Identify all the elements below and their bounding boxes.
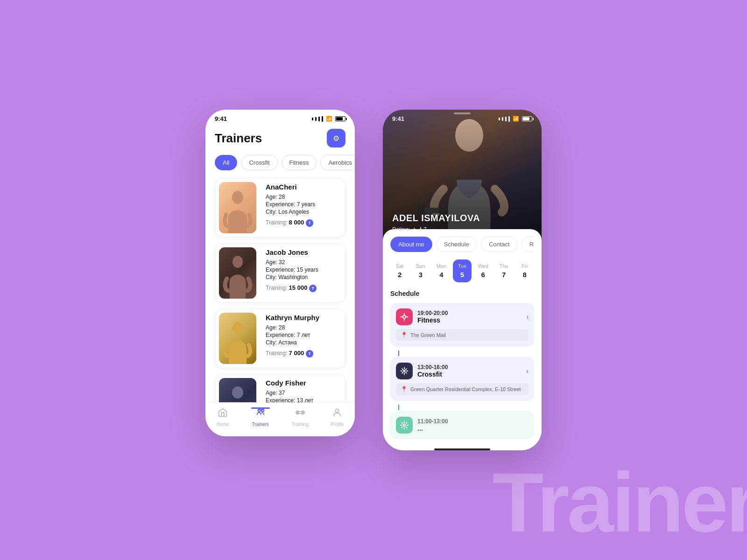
trainer-card-1[interactable]: AnaCheri Age: 28 Experience: 7 years Cit… (215, 178, 345, 238)
day-sun-num: 3 (419, 271, 423, 279)
hero-area: 9:41 📶 (383, 110, 542, 240)
tab-aerobics[interactable]: Aerobics (320, 155, 355, 170)
filter-tabs: All Crossfit Fitness Aerobics (215, 155, 345, 170)
svg-point-1 (233, 256, 243, 268)
location-text-2: Green Quarter Residential Complex, E-10 … (410, 386, 521, 392)
chevron-icon-1: › (526, 313, 529, 321)
nav-label-trainers: Trainers (252, 422, 268, 427)
trainer-card-2[interactable]: Jacob Jones Age: 32 Experience: 15 years… (215, 243, 345, 303)
wifi-icon: 📶 (326, 116, 332, 122)
signal-bar-2 (315, 117, 317, 121)
day-thu[interactable]: Thu 7 (494, 259, 514, 282)
left-phone: 9:41 📶 Trainers ⚙ All Crossfit (205, 110, 355, 436)
trainer-info-1: AnaCheri Age: 28 Experience: 7 years Cit… (266, 178, 345, 237)
filter-button[interactable]: ⚙ (327, 129, 345, 147)
trainer-info-3: Kathryn Murphy Age: 28 Experience: 7 лет… (266, 309, 345, 368)
schedule-section-title: Schedule (390, 290, 534, 297)
nav-label-profile: Profile (331, 422, 344, 427)
day-sun-name: Sun (416, 263, 425, 269)
trainer-price-2: Training: 15 000 (266, 284, 341, 292)
day-mon-name: Mon (437, 263, 446, 269)
trainers-icon (255, 407, 266, 420)
left-phone-content: Trainers ⚙ All Crossfit Fitness Aerobics (205, 125, 355, 434)
day-fri[interactable]: Fri 8 (515, 259, 534, 282)
day-tue[interactable]: Tue 5 (453, 259, 472, 282)
tab-schedule[interactable]: Schedule (436, 237, 477, 252)
day-wed-num: 6 (481, 271, 485, 279)
schedule-name-1: Fitness (417, 316, 521, 324)
trainer-age-label-1: Age: 28 (266, 194, 341, 200)
day-sat[interactable]: Sat 2 (390, 259, 409, 282)
signal-r-1 (499, 118, 500, 120)
nav-item-trainers[interactable]: Trainers (251, 407, 270, 427)
nav-item-home[interactable]: Home (217, 407, 229, 427)
signal-r-2 (502, 117, 503, 121)
tab-all[interactable]: All (215, 155, 237, 170)
day-sat-num: 2 (398, 271, 402, 279)
training-icon (295, 407, 305, 420)
tab-crossfit[interactable]: Crossfit (241, 155, 277, 170)
day-sun[interactable]: Sun 3 (411, 259, 430, 282)
trainer-age-3: Age: 28 (266, 324, 341, 331)
location-pin-1: 📍 (401, 332, 408, 338)
home-icon (218, 407, 228, 420)
status-icons-left: 📶 (312, 116, 345, 122)
nav-item-profile[interactable]: Profile (331, 407, 344, 427)
signal-bar-1 (312, 118, 313, 120)
tab-about-me[interactable]: About me (390, 237, 432, 252)
nav-label-training: Training (292, 422, 309, 427)
phones-container: 9:41 📶 Trainers ⚙ All Crossfit (205, 110, 542, 450)
trainer-city-3: City: Астана (266, 339, 341, 346)
trainer-city-1: City: Los Angeles (266, 209, 341, 215)
trainer-exp-1: Experience: 7 years (266, 201, 341, 208)
schedule-time-2: 13:00-16:00 (417, 364, 521, 371)
wifi-icon-right: 📶 (513, 116, 519, 122)
price-badge-1 (306, 219, 313, 227)
trainer-name-1: AnaCheri (266, 183, 341, 191)
schedule-name-2: Crossfit (417, 371, 521, 378)
left-header: Trainers ⚙ (215, 125, 345, 155)
status-bar-left: 9:41 📶 (205, 110, 355, 125)
schedule-location-2: 📍 Green Quarter Residential Complex, E-1… (396, 383, 529, 395)
page-title: Trainers (215, 131, 262, 146)
trainer-exp-2: Experience: 15 years (266, 266, 341, 273)
svg-point-4 (258, 409, 261, 412)
home-indicator-area (390, 443, 534, 450)
location-text-1: The Green Mail (410, 332, 446, 338)
schedule-time-1: 19:00-20:00 (417, 310, 521, 316)
nav-item-training[interactable]: Training (292, 407, 309, 427)
day-tue-name: Tue (458, 263, 467, 269)
schedule-location-1: 📍 The Green Mail (396, 329, 529, 341)
trainer-name-2: Jacob Jones (266, 248, 341, 256)
tab-fitness[interactable]: Fitness (282, 155, 317, 170)
trainer-card-3[interactable]: Kathryn Murphy Age: 28 Experience: 7 лет… (215, 308, 345, 368)
trainer-name-3: Kathryn Murphy (266, 314, 341, 322)
schedule-header-1: 19:00-20:00 Fitness › (396, 308, 529, 325)
day-thu-num: 7 (502, 271, 506, 279)
day-wed-name: Wed (478, 263, 488, 269)
tab-contact[interactable]: Contact (481, 237, 518, 252)
day-wed[interactable]: Wed 6 (473, 259, 493, 282)
status-bar-right: 9:41 📶 (383, 110, 542, 125)
svg-point-2 (233, 322, 243, 334)
schedule-connector-1 (398, 350, 399, 356)
battery-right (522, 116, 532, 121)
schedule-info-2: 13:00-16:00 Crossfit (417, 364, 521, 378)
chevron-icon-2: › (526, 367, 529, 375)
trainer-name-4: Cody Fisher (266, 379, 341, 387)
crossfit-icon (396, 363, 413, 379)
schedule-item-2[interactable]: 13:00-16:00 Crossfit › 📍 Green Quarter R… (390, 357, 534, 401)
location-pin-2: 📍 (401, 386, 408, 392)
tab-r[interactable]: R (521, 237, 534, 252)
day-fri-num: 8 (523, 271, 527, 279)
trainer-photo-3 (219, 313, 256, 364)
signal-bar-3 (318, 117, 320, 121)
schedule-item-3-partial[interactable]: 11:00-13:00 ... (390, 411, 534, 439)
home-indicator (434, 448, 490, 450)
day-sat-name: Sat (396, 263, 404, 269)
schedule-item-1[interactable]: 19:00-20:00 Fitness › 📍 The Green Mail (390, 303, 534, 347)
price-badge-2 (309, 285, 317, 292)
right-phone: 9:41 📶 (383, 110, 542, 450)
day-mon[interactable]: Mon 4 (432, 259, 451, 282)
bottom-sheet: About me Schedule Contact R Sat 2 Sun 3 … (383, 229, 542, 450)
